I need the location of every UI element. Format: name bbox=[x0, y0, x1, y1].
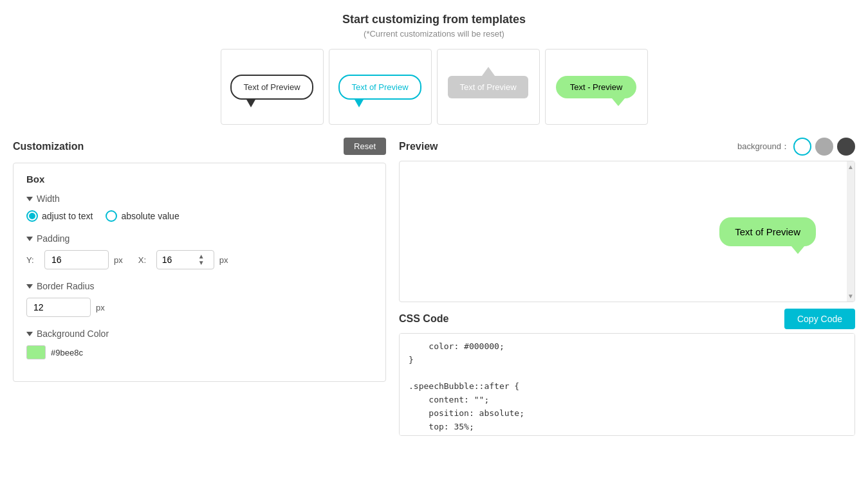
border-radius-input[interactable] bbox=[26, 298, 91, 317]
bg-white-option[interactable] bbox=[793, 138, 811, 156]
width-section: Width adjust to text absolute value bbox=[26, 194, 373, 222]
customization-box: Box Width adjust to text a bbox=[13, 163, 386, 382]
bg-color-swatch[interactable] bbox=[26, 345, 46, 359]
reset-button[interactable]: Reset bbox=[344, 138, 386, 155]
padding-y-unit: px bbox=[114, 255, 123, 265]
template-card-outline[interactable]: Text of Preview bbox=[221, 49, 324, 125]
width-header: Width bbox=[26, 194, 373, 204]
width-label: Width bbox=[37, 194, 60, 204]
radio-adjust-circle[interactable] bbox=[26, 210, 38, 222]
preview-bubble-text: Text of Preview bbox=[735, 226, 800, 237]
preview-header: Preview background： bbox=[399, 138, 855, 156]
width-option-adjust[interactable]: adjust to text bbox=[26, 210, 93, 222]
border-radius-label: Border Radius bbox=[37, 281, 95, 291]
bg-color-row: #9bee8c bbox=[26, 345, 373, 359]
radio-absolute-circle[interactable] bbox=[106, 210, 117, 222]
padding-input-row: Y: px X: ▲ ▼ px bbox=[26, 250, 373, 269]
preview-bubble: Text of Preview bbox=[719, 217, 816, 246]
padding-y-label: Y: bbox=[26, 255, 39, 265]
preview-scrollbar[interactable]: ▲ ▼ bbox=[847, 161, 854, 302]
bubble-gray-top: Text of Preview bbox=[448, 76, 528, 98]
border-radius-input-row: px bbox=[26, 298, 373, 317]
css-section: CSS Code Copy Code color: #000000; } .sp… bbox=[399, 309, 855, 436]
preview-area: Text of Preview ▲ ▼ bbox=[399, 161, 855, 302]
bg-selector: background： bbox=[737, 138, 855, 156]
padding-header: Padding bbox=[26, 233, 373, 244]
templates-subtitle: (*Current customizations will be reset) bbox=[0, 29, 868, 39]
bg-color-value: #9bee8c bbox=[51, 348, 83, 357]
preview-title: Preview bbox=[399, 141, 438, 152]
padding-x-input-wrapper: ▲ ▼ bbox=[156, 250, 214, 269]
bg-gray-option[interactable] bbox=[815, 138, 833, 156]
template-card-teal[interactable]: Text of Preview bbox=[329, 49, 432, 125]
border-radius-toggle-icon[interactable] bbox=[26, 284, 33, 289]
width-option-absolute[interactable]: absolute value bbox=[106, 210, 179, 222]
padding-x-arrows: ▲ ▼ bbox=[198, 253, 205, 266]
width-toggle-icon[interactable] bbox=[26, 197, 33, 201]
border-radius-unit: px bbox=[96, 303, 105, 312]
padding-section: Padding Y: px X: ▲ ▼ bbox=[26, 233, 373, 269]
border-radius-section: Border Radius px bbox=[26, 281, 373, 317]
panel-header: Customization Reset bbox=[13, 138, 386, 155]
css-code-title: CSS Code bbox=[399, 313, 448, 325]
templates-title: Start customizing from templates bbox=[0, 13, 868, 26]
bg-selector-label: background： bbox=[737, 141, 790, 152]
padding-y-input[interactable] bbox=[44, 250, 109, 269]
preview-panel: Preview background： Text of Preview ▲ ▼ bbox=[399, 138, 855, 491]
padding-x-input[interactable] bbox=[162, 255, 194, 265]
bubble-teal: Text of Preview bbox=[338, 75, 421, 100]
copy-code-button[interactable]: Copy Code bbox=[784, 309, 855, 329]
width-radio-group: adjust to text absolute value bbox=[26, 210, 373, 222]
bubble-green: Text - Preview bbox=[556, 76, 637, 98]
templates-section: Start customizing from templates (*Curre… bbox=[0, 0, 868, 131]
padding-x-down[interactable]: ▼ bbox=[198, 260, 205, 266]
main-content: Customization Reset Box Width adjust to … bbox=[0, 131, 868, 497]
box-title: Box bbox=[26, 174, 373, 185]
css-code-box[interactable]: color: #000000; } .speechBubble::after {… bbox=[399, 333, 855, 436]
padding-x-label: X: bbox=[138, 255, 151, 265]
css-header: CSS Code Copy Code bbox=[399, 309, 855, 329]
template-card-green[interactable]: Text - Preview bbox=[545, 49, 648, 125]
bg-dark-option[interactable] bbox=[837, 138, 855, 156]
customization-title: Customization bbox=[13, 141, 84, 152]
bg-color-toggle-icon[interactable] bbox=[26, 332, 33, 336]
bg-color-label: Background Color bbox=[37, 329, 109, 339]
bubble-outline: Text of Preview bbox=[230, 75, 313, 100]
scroll-down-icon[interactable]: ▼ bbox=[845, 291, 855, 302]
background-color-section: Background Color #9bee8c bbox=[26, 329, 373, 359]
templates-row: Text of Preview Text of Preview Text of … bbox=[0, 49, 868, 125]
padding-x-unit: px bbox=[219, 255, 228, 265]
border-radius-header: Border Radius bbox=[26, 281, 373, 291]
template-card-gray-top[interactable]: Text of Preview bbox=[437, 49, 540, 125]
scroll-up-icon[interactable]: ▲ bbox=[845, 161, 855, 172]
customization-panel: Customization Reset Box Width adjust to … bbox=[13, 138, 386, 491]
bg-color-header: Background Color bbox=[26, 329, 373, 339]
padding-toggle-icon[interactable] bbox=[26, 237, 33, 241]
padding-label: Padding bbox=[37, 233, 69, 244]
